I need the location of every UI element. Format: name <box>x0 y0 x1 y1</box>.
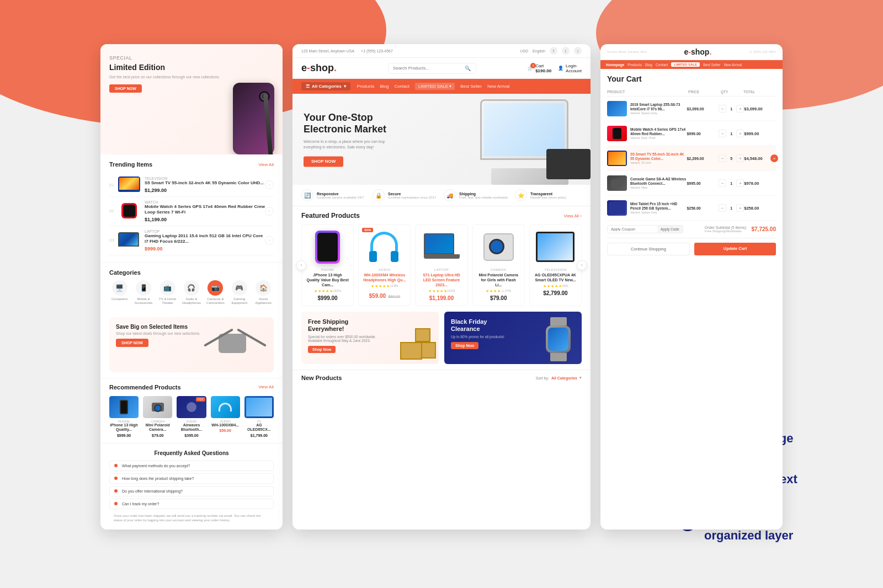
laptop-price: $1,199.00 <box>420 295 462 301</box>
featured-product-phone[interactable]: PHONE JPhone 13 High Quality Value Buy B… <box>301 224 354 306</box>
update-cart-btn[interactable]: Update Cart <box>694 243 776 255</box>
headphone-img-area <box>363 229 406 265</box>
trending-item-1[interactable]: 01 TELEVISION S5 Smart TV 55-inch 32-inc… <box>109 173 274 197</box>
cart-button[interactable]: 🛒 3 Cart $190.00 <box>528 63 551 73</box>
rec-product-5[interactable]: TV AG OLED65CX... $1,799.00 <box>244 396 274 437</box>
right-nav-new-arrival[interactable]: New Arrival <box>724 63 742 67</box>
qty-increase-tablet[interactable]: + <box>736 204 744 212</box>
faq-item-4[interactable]: Can I track my order? <box>109 499 274 509</box>
featured-product-laptop[interactable]: LAPTOP S71 Laptop Ultra HD LED Screen Fe… <box>415 224 467 306</box>
hero-banner: Your One-StopElectronic Market Welcome t… <box>292 94 591 185</box>
hero-shop-btn[interactable]: Shop Now <box>304 156 343 167</box>
coupon-apply-btn[interactable]: Apply Code <box>657 226 683 233</box>
qty-increase-laptop[interactable]: + <box>736 105 744 113</box>
rec-product-4[interactable]: AUDIO WH-1000XM4... $59.00 <box>211 396 240 437</box>
instagram-icon[interactable]: i <box>574 47 582 55</box>
continue-shopping-btn[interactable]: Continue Shopping <box>607 243 690 255</box>
user-label: Login <box>566 63 582 68</box>
nav-products[interactable]: Products <box>357 84 375 89</box>
trending-item-3[interactable]: 03 LAPTOP Gaming Laptop 2011 15.6 inch 5… <box>109 226 274 255</box>
qty-decrease-gamepad[interactable]: − <box>719 179 726 187</box>
promo-shipping-btn[interactable]: Shop Now <box>308 346 336 353</box>
promo-black-friday: Black FridayClearance Up to 80% promo fo… <box>444 312 582 364</box>
camera-product-icon <box>483 233 514 261</box>
right-nav-products[interactable]: Products <box>627 63 642 67</box>
drone-shop-btn[interactable]: Shop Now <box>116 339 148 347</box>
featured-product-camera[interactable]: CAMERA Mini Polaroid Camera for Girls wi… <box>472 224 525 306</box>
qty-decrease-tv[interactable]: − <box>719 154 726 162</box>
category-computers[interactable]: 🖥️ Computers <box>109 280 130 305</box>
recommended-products-row: PHONE iPhone 13 High Quality... $999.00 … <box>109 396 274 437</box>
right-nav-homepage[interactable]: Homepage <box>606 63 624 67</box>
promo-bf-btn[interactable]: Shop Now <box>451 342 478 349</box>
qty-increase-watch[interactable]: + <box>736 130 744 137</box>
trending-cat-3: LAPTOP <box>145 229 265 233</box>
search-input[interactable] <box>393 66 465 71</box>
coupon-input[interactable] <box>608 226 657 233</box>
category-home[interactable]: 🏠 Home Appliances <box>253 280 274 305</box>
trending-item-2[interactable]: 02 WATCH Mobile Watch 4 Series GPS 17x4 … <box>109 197 274 226</box>
currency-selector[interactable]: USD <box>520 49 528 53</box>
right-nav-blog[interactable]: Blog <box>645 63 652 67</box>
sort-by[interactable]: Sort by: All Categories ▾ <box>536 376 582 380</box>
featured-product-headphone[interactable]: 80% AUDIO WH-1000XM4 Wireless Headphones… <box>358 224 411 306</box>
computers-icon: 🖥️ <box>112 280 127 296</box>
faq-item-1[interactable]: What payment methods do you accept? <box>109 461 274 471</box>
qty-decrease-laptop[interactable]: − <box>719 105 726 113</box>
qty-decrease-watch[interactable]: − <box>719 130 726 137</box>
qty-increase-tv[interactable]: + <box>736 154 744 162</box>
search-bar[interactable]: 🔍 <box>388 63 476 74</box>
category-mobile[interactable]: 📱 Mobile & Accessories <box>133 280 153 305</box>
qty-increase-gamepad[interactable]: + <box>736 179 744 187</box>
recommended-view-all[interactable]: View All <box>258 384 274 389</box>
right-nav-contact[interactable]: Contact <box>656 63 668 67</box>
watch-band-bottom <box>550 353 567 361</box>
home-icon: 🏠 <box>256 280 271 296</box>
nav-contact[interactable]: Contact <box>394 84 409 89</box>
qty-decrease-tablet[interactable]: − <box>719 204 726 212</box>
right-nav-best-seller[interactable]: Best Seller <box>703 63 720 67</box>
all-categories-btn[interactable]: ☰ All Categories ▾ <box>301 82 350 90</box>
featured-product-tv[interactable]: TELEVISION AG OLED65CXPUA 4K Smart OLED … <box>529 224 582 306</box>
trending-arrow-3[interactable]: › <box>265 236 274 245</box>
nav-blog[interactable]: Blog <box>380 84 389 89</box>
trending-view-all[interactable]: View All <box>258 162 274 167</box>
rec-img-4 <box>211 396 240 418</box>
faq-item-2[interactable]: How long does the product shipping take? <box>109 473 274 484</box>
nav-new-arrival[interactable]: New Arrival <box>487 84 509 89</box>
rec-product-3[interactable]: HOT AUDIO Airwaves Bluetooth... $395.00 <box>177 396 206 437</box>
nav-limited-sale[interactable]: LIMITED SALE ▾ <box>415 83 455 90</box>
remove-tv-btn[interactable]: × <box>770 154 778 162</box>
rec-product-1[interactable]: PHONE iPhone 13 High Quality... $999.00 <box>109 396 139 437</box>
category-audio[interactable]: 🎧 Audio & Headphones <box>181 280 201 305</box>
rec-product-2[interactable]: CAMERA Mini Polaroid Camera... $79.00 <box>143 396 172 437</box>
twitter-icon[interactable]: t <box>562 47 570 55</box>
coupon-input-wrap[interactable]: Apply Code <box>607 225 683 233</box>
nav-best-seller[interactable]: Best Seller <box>460 84 482 89</box>
feature-text-shipping: Shipping Free, fast, and reliable worldw… <box>459 192 508 199</box>
feature-transparent: ⭐ Transparent Hassle-free return policy <box>515 189 582 201</box>
trending-header: Trending Items View All <box>109 161 274 168</box>
cart-name-tablet: Mini Tablet Pro 15 inch +HD Pencil 256 G… <box>630 202 687 211</box>
feature-title-shipping: Shipping <box>459 192 508 196</box>
featured-view-all[interactable]: View All › <box>563 213 582 218</box>
tv-cat: TELEVISION <box>534 268 577 271</box>
faq-item-3[interactable]: Do you offer international shipping? <box>109 486 274 496</box>
carousel-prev-btn[interactable]: ‹ <box>296 260 306 270</box>
shop-logo: e-shop. <box>301 62 337 74</box>
special-shop-now-btn[interactable]: Shop Now <box>109 84 142 93</box>
left-panel-content: Special Limited Edition Get the best pri… <box>100 44 283 530</box>
language-selector[interactable]: English <box>533 49 545 53</box>
facebook-icon[interactable]: f <box>550 47 557 55</box>
category-camera[interactable]: 📷 Cameras & Camcorders <box>205 280 226 305</box>
subtotal-row: Order Subtotal (5 items): Free Shipping/… <box>705 226 776 233</box>
category-tv[interactable]: 📺 TV & Home Theater <box>157 280 178 305</box>
user-button[interactable]: 👤 Login Account <box>558 63 582 73</box>
trending-arrow-1[interactable]: › <box>265 180 274 189</box>
trending-info-1: TELEVISION S5 Smart TV 55-inch 32-inch 4… <box>145 177 265 193</box>
right-nav-sale[interactable]: LIMITED SALE <box>671 62 700 67</box>
category-gaming[interactable]: 🎮 Gaming Equipment <box>229 280 249 305</box>
trending-arrow-2[interactable]: › <box>265 207 274 216</box>
carousel-next-btn[interactable]: › <box>577 260 587 270</box>
rec-name-1: iPhone 13 High Quality... <box>109 423 139 432</box>
